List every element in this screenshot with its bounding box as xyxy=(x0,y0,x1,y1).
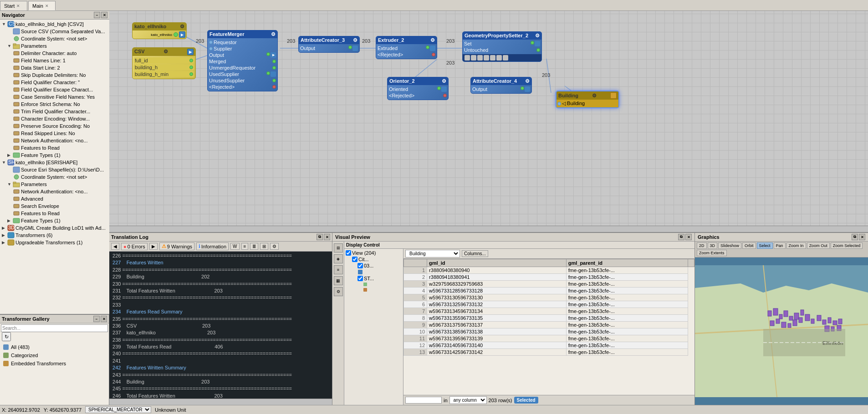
log-settings-btn[interactable]: ⚙ xyxy=(270,243,279,250)
table-row[interactable]: 9w596733137596733137fme-gen-13b53cfe-... xyxy=(404,322,694,328)
table-layer-dropdown[interactable]: Building xyxy=(405,250,460,257)
navigator-close-btn[interactable]: ✕ xyxy=(101,12,107,18)
tree-item-coord1[interactable]: ▶ Coordinate System: <not set> xyxy=(1,35,108,42)
tree-arrow-csv1[interactable]: ▼ xyxy=(2,22,7,26)
gallery-close-btn[interactable]: ✕ xyxy=(101,316,107,322)
node-csv-gear[interactable]: ⚙ xyxy=(163,49,168,55)
gallery-refresh-btn[interactable]: ↻ xyxy=(2,332,11,341)
preview-table-icon[interactable]: ⊞ xyxy=(334,243,343,252)
tree-arrow-featuretypes2[interactable]: ▶ xyxy=(7,218,13,223)
tree-check-st-checkbox[interactable] xyxy=(357,276,363,281)
tree-param-casesensitive[interactable]: Case Sensitive Field Names: Yes xyxy=(12,93,108,101)
tree-param-fieldnames[interactable]: Field Names Line: 1 xyxy=(12,57,108,64)
port-cache-usedsupplier[interactable] xyxy=(271,71,276,77)
tab-main[interactable]: Main ✕ xyxy=(28,1,56,10)
geopropset2-icon4[interactable] xyxy=(484,55,489,61)
geopropset2-icon2[interactable] xyxy=(471,55,476,61)
tree-param-featurestoread2[interactable]: Features to Read xyxy=(12,210,108,217)
tab-start[interactable]: Start ✕ xyxy=(0,1,27,10)
table-row[interactable]: 10w596733138596733138fme-gen-13b53cfe-..… xyxy=(404,328,694,335)
graphics-pan-btn[interactable]: Pan xyxy=(774,242,786,249)
gallery-search-input[interactable] xyxy=(1,324,108,332)
tree-param-fieldqual[interactable]: Field Qualifier Character: " xyxy=(12,79,108,86)
tree-item-featuretypes2[interactable]: ▶ Feature Types (1) xyxy=(1,217,108,224)
graphics-float-btn[interactable]: ⧉ xyxy=(852,234,858,240)
port-cache-extruded[interactable] xyxy=(430,45,435,51)
preview-filter-icon[interactable]: ⚙ xyxy=(334,287,343,296)
tree-param-netauth1[interactable]: Network Authentication: <no... xyxy=(12,137,108,144)
table-row[interactable]: 3w329759683329759683fme-gen-13b53cfe-... xyxy=(404,281,694,288)
graphics-3d-btn[interactable]: 3D xyxy=(708,242,718,249)
node-attrcreator3[interactable]: AttributeCreator_3 ⚙ Output xyxy=(298,36,360,53)
log-scrollbar-h[interactable] xyxy=(109,399,332,405)
log-warning-badge[interactable]: ⚠ 9 Warnings xyxy=(159,242,194,250)
graphics-zoomout-btn[interactable]: Zoom Out xyxy=(807,242,830,249)
node-attrcreator3-gear[interactable]: ⚙ xyxy=(353,37,357,43)
tree-param-readskipped[interactable]: Read Skipped Lines: No xyxy=(12,130,108,137)
table-column-dropdown[interactable]: any column xyxy=(449,396,487,404)
log-float-btn[interactable]: ⧉ xyxy=(317,234,323,240)
tree-check-city-checkbox[interactable] xyxy=(352,257,357,262)
preview-close-btn[interactable]: ✕ xyxy=(685,234,692,240)
graphics-close-btn[interactable]: ✕ xyxy=(859,234,865,240)
log-filter-btn3[interactable]: ≣ xyxy=(250,243,258,250)
tree-item-upgradable[interactable]: ▶ Upgradeable Transformers (1) xyxy=(1,239,108,246)
log-filter-btn2[interactable]: ≡ xyxy=(241,243,249,250)
table-header-gml-id[interactable]: gml_id xyxy=(427,259,567,267)
tree-arrow-params1[interactable]: ▼ xyxy=(7,44,13,48)
geopropset2-icon7[interactable] xyxy=(503,55,508,61)
gallery-item-all[interactable]: All (483) xyxy=(1,343,108,351)
graphics-zoomselected-btn[interactable]: Zoom Selected xyxy=(831,242,863,249)
table-row[interactable]: 1r38809408380940fme-gen-13b53cfe-... xyxy=(404,267,694,274)
tree-param-enforcestrict[interactable]: Enforce Strict Schema: No xyxy=(12,101,108,108)
tree-check-03-checkbox[interactable] xyxy=(357,263,363,268)
tree-param-fieldqualescape[interactable]: Field Qualifier Escape Charact... xyxy=(12,86,108,93)
table-row[interactable]: 13w596733142596733142fme-gen-13b53cfe-..… xyxy=(404,349,694,356)
log-filter-btn1[interactable]: W xyxy=(230,243,239,250)
tree-param-delim[interactable]: Delimiter Character: auto xyxy=(12,50,108,57)
tree-item-transformers[interactable]: ▶ Transformers (6) xyxy=(1,232,108,239)
log-info-btn[interactable]: ℹ Information xyxy=(196,242,229,250)
tree-param-featurestoread1[interactable]: Features to Read xyxy=(12,144,108,151)
tree-item-citygml[interactable]: ▶ 3D CityGML Create Building LoD1 with A… xyxy=(1,224,108,232)
tree-item-source-csv[interactable]: ▶ Source CSV (Comma Separated Va... xyxy=(1,28,108,35)
tab-start-close[interactable]: ✕ xyxy=(16,4,20,8)
tree-param-preservesrc[interactable]: Preserve Source Encoding: No xyxy=(12,122,108,130)
tree-arrow-citygml[interactable]: ▶ xyxy=(2,226,7,230)
node-kato-reader[interactable]: kato_ellhniko ⚙ kato_ellhniko ▶ xyxy=(132,22,187,39)
log-filter-btn4[interactable]: ⊞ xyxy=(260,243,268,250)
canvas-scrollbar-h[interactable] xyxy=(109,226,868,232)
log-content[interactable]: 226 ====================================… xyxy=(109,252,332,399)
graphics-2d-btn[interactable]: 2D xyxy=(697,242,707,249)
node-csv-reader[interactable]: CSV ⚙ ▶ full_id building_h building_h_mi… xyxy=(132,47,196,79)
graphics-zoomin-btn[interactable]: Zoom In xyxy=(786,242,806,249)
preview-map-icon[interactable]: ◈ xyxy=(334,254,343,263)
gallery-item-categorized[interactable]: Categorized xyxy=(1,351,108,359)
tree-param-netauth2[interactable]: Network Authentication: <no... xyxy=(12,188,108,195)
node-geopropset2[interactable]: GeometryPropertySetter_2 ⚙ Set Untouched xyxy=(462,31,542,62)
tree-arrow-esrishape[interactable]: ▼ xyxy=(2,160,7,165)
node-building-writer[interactable]: Building ⚙ ◁ Building xyxy=(556,91,619,108)
node-building-gear[interactable]: ⚙ xyxy=(592,93,597,99)
log-error-badge[interactable]: ● 0 Errors xyxy=(121,243,148,250)
graphics-slideshow-btn[interactable]: Slideshow xyxy=(718,242,741,249)
node-orientor2-gear[interactable]: ⚙ xyxy=(442,78,446,84)
tree-item-params2[interactable]: ▼ Parameters xyxy=(1,181,108,188)
node-attrcreator4-gear[interactable]: ⚙ xyxy=(525,78,530,84)
tree-item-params1[interactable]: ▼ Parameters xyxy=(1,42,108,50)
status-crs-dropdown[interactable]: SPHERICAL_MERCATOR xyxy=(85,406,151,413)
tree-arrow-transformers[interactable]: ▶ xyxy=(2,233,7,237)
tree-param-trimfield[interactable]: Trim Field Qualifier Character... xyxy=(12,108,108,115)
table-row[interactable]: 6w596733132596733132fme-gen-13b53cfe-... xyxy=(404,301,694,308)
tree-item-coord2[interactable]: ▶ Coordinate System: <not set> xyxy=(1,173,108,181)
tree-param-datastart[interactable]: Data Start Line: 2 xyxy=(12,64,108,71)
gallery-item-embedded[interactable]: Embedded Transformers xyxy=(1,359,108,368)
geopropset2-icon5[interactable] xyxy=(490,55,495,61)
node-csv-cache[interactable]: ▶ xyxy=(187,49,194,55)
port-cache-attrcreator4[interactable] xyxy=(525,86,530,92)
port-cache-attrcreator3[interactable] xyxy=(352,45,358,51)
tree-check-view-checkbox[interactable] xyxy=(346,250,351,256)
graphics-zoomextents-btn[interactable]: Zoom Extents xyxy=(697,250,727,256)
port-cache-output[interactable]: ▶ xyxy=(271,52,276,58)
node-extruder2-gear[interactable]: ⚙ xyxy=(430,37,435,43)
